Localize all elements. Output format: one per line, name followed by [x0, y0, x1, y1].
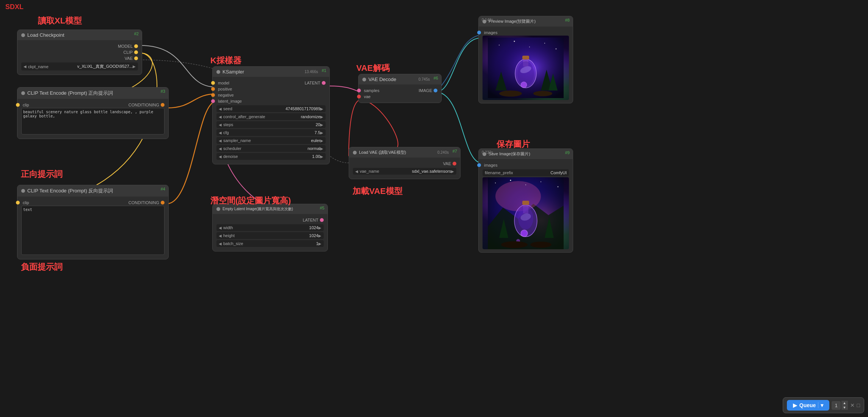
close-button[interactable]: ✕	[850, 402, 855, 408]
node-title: Load Checkpoint	[27, 32, 64, 38]
port-label-clip-in2: clip	[23, 200, 29, 205]
node-body-load-vae: VAE ◀ vae_name sdxl_vae.safetensors ▶	[349, 158, 460, 179]
svg-point-9	[556, 48, 557, 50]
field-arrow-sampler-l[interactable]: ◀	[219, 139, 222, 143]
field-value-seed: 474588017170989	[285, 106, 320, 111]
bottle-illustration	[483, 36, 569, 100]
port-label-images-in2: images	[484, 163, 497, 167]
queue-count-control: 1 ▲ ▼	[832, 401, 848, 410]
app-title: SDXL	[5, 3, 24, 11]
save-image-display	[483, 177, 569, 249]
field-label-scheduler: scheduler	[222, 146, 307, 151]
field-arrow-vae-l[interactable]: ◀	[355, 169, 358, 173]
field-batch-size[interactable]: ◀ batch_size 1 ▶	[216, 240, 324, 247]
preview-timer: 0.143s	[482, 18, 493, 22]
field-scheduler[interactable]: ◀ scheduler normal ▶	[216, 145, 326, 152]
field-seed[interactable]: ◀ seed 474588017170989 ▶	[216, 105, 326, 112]
minimize-button[interactable]: □	[857, 402, 860, 408]
node-empty-latent: Empty Latent Image(圖片寬高與批次次數) #5 LATENT …	[212, 204, 328, 251]
field-arrow-steps-l[interactable]: ◀	[219, 123, 222, 127]
field-label-ckpt: ckpt_name	[27, 64, 77, 69]
port-row-vae: VAE	[21, 55, 138, 61]
node-id-latent: #5	[320, 206, 324, 210]
field-arrow-cfg-r[interactable]: ▶	[320, 131, 323, 135]
node-header-vae-decode: VAE Decode 0.745s #6	[359, 74, 441, 84]
field-arrow-cfg-l[interactable]: ◀	[219, 131, 222, 135]
field-height[interactable]: ◀ height 1024 ▶	[216, 232, 324, 239]
field-arrow-height-l[interactable]: ◀	[219, 234, 222, 238]
node-load-checkpoint: Load Checkpoint #2 MODEL CLIP VAE ◀	[17, 30, 142, 75]
field-sampler-name[interactable]: ◀ sampler_name euler ▶	[216, 137, 326, 144]
svg-point-8	[544, 43, 545, 44]
field-control[interactable]: ◀ control_after_generate randomize ▶	[216, 113, 326, 120]
field-arrow-sampler-r[interactable]: ▶	[320, 139, 323, 143]
svg-point-14	[521, 82, 527, 88]
filename-prefix-field[interactable]: filename_prefix ComfyUI	[483, 169, 569, 176]
port-row-clip: CLIP	[21, 49, 138, 55]
field-cfg[interactable]: ◀ cfg 7.5 ▶	[216, 129, 326, 136]
field-arrow-control-r[interactable]: ▶	[320, 115, 323, 119]
ckpt-name-field[interactable]: ◀ ckpt_name v_XL\XL_真實_GOOD\9527... ▶	[21, 62, 138, 70]
port-row-latent-in: latent_image	[216, 98, 326, 104]
port-label-samples: samples	[364, 88, 379, 93]
negative-prompt-textarea[interactable]: text	[21, 206, 165, 255]
port-dot-samples	[357, 89, 361, 92]
field-arrow-scheduler-r[interactable]: ▶	[320, 147, 323, 151]
positive-prompt-textarea[interactable]: beautiful scenery nature glass bottle la…	[21, 108, 165, 134]
field-steps[interactable]: ◀ steps 20 ▶	[216, 121, 326, 128]
field-arrow-height-r[interactable]: ▶	[318, 234, 321, 238]
field-arrow-control-l[interactable]: ◀	[219, 115, 222, 119]
annotation-load-vae: 加載VAE模型	[353, 186, 403, 197]
field-arrow-width-l[interactable]: ◀	[219, 226, 222, 230]
node-body: MODEL CLIP VAE ◀ ckpt_name v_XL\XL_真實_GO…	[17, 40, 142, 75]
field-vae-name[interactable]: ◀ vae_name sdxl_vae.safetensors ▶	[353, 168, 456, 175]
field-arrow-batch-l[interactable]: ◀	[219, 242, 222, 246]
field-arrow-batch-r[interactable]: ▶	[318, 242, 321, 246]
vae-decode-timer: 0.745s	[418, 77, 430, 81]
port-label-clip: CLIP	[124, 50, 133, 55]
field-value-ckpt: v_XL\XL_真實_GOOD\9527...	[77, 64, 133, 69]
port-row-positive-in: positive	[216, 86, 326, 92]
field-value-denoise: 1.00	[312, 154, 320, 159]
port-label-clip-in: clip	[23, 103, 29, 107]
node-id-load-vae: #7	[453, 149, 457, 153]
annotation-negative: 負面提示詞	[21, 261, 63, 273]
preview-image-display	[483, 36, 569, 100]
field-arrow-steps-r[interactable]: ▶	[320, 123, 323, 127]
svg-point-24	[495, 183, 496, 183]
queue-button[interactable]: ▶ Queue ▾	[787, 400, 830, 411]
field-label-denoise: denoise	[222, 154, 312, 159]
field-arrow-seed-l[interactable]: ◀	[219, 107, 222, 111]
field-width[interactable]: ◀ width 1024 ▶	[216, 224, 324, 231]
field-value-scheduler: normal	[307, 146, 320, 151]
node-body-preview: images	[479, 27, 573, 103]
node-header-save: Save Image(保存圖片) 0.232s #9	[479, 149, 573, 159]
queue-dropdown-icon[interactable]: ▾	[818, 402, 823, 408]
port-row-latent-out: LATENT	[216, 217, 324, 223]
field-arrow-scheduler-l[interactable]: ◀	[219, 147, 222, 151]
port-label-conditioning2: CONDITIONING	[128, 200, 159, 205]
svg-point-13	[517, 61, 534, 86]
field-label-vae-name: vae_name	[358, 169, 412, 173]
field-label-width: width	[222, 225, 309, 230]
field-arrow-denoise-l[interactable]: ◀	[219, 155, 222, 159]
annotation-load-model: 讀取XL模型	[38, 15, 82, 27]
field-arrow-right[interactable]: ▶	[133, 64, 136, 69]
stepper-down[interactable]: ▼	[841, 405, 848, 410]
port-label-latent-out: LATENT	[305, 81, 320, 85]
field-arrow-width-r[interactable]: ▶	[318, 226, 321, 230]
stepper-up[interactable]: ▲	[841, 401, 848, 405]
node-header-preview: Preview Image(預覽圖片) 0.143s #8	[479, 16, 573, 27]
field-label-sampler: sampler_name	[222, 138, 311, 143]
field-arrow-denoise-r[interactable]: ▶	[320, 155, 323, 159]
ksampler-timer: 13.466s	[304, 70, 318, 74]
node-ksampler: KSampler 13.466s #1 model LATENT positiv…	[212, 66, 330, 164]
node-header-load-vae: Load VAE (讀取VAE模型) 0.240s #7	[349, 147, 460, 158]
field-arrow-seed-r[interactable]: ▶	[320, 107, 323, 111]
field-arrow-vae-r[interactable]: ▶	[451, 169, 454, 173]
queue-label: Queue	[799, 402, 816, 408]
field-denoise[interactable]: ◀ denoise 1.00 ▶	[216, 153, 326, 160]
bottom-bar: ▶ Queue ▾ 1 ▲ ▼ ✕ □	[783, 397, 864, 413]
svg-point-23	[495, 181, 541, 211]
field-arrow-left[interactable]: ◀	[24, 64, 27, 69]
